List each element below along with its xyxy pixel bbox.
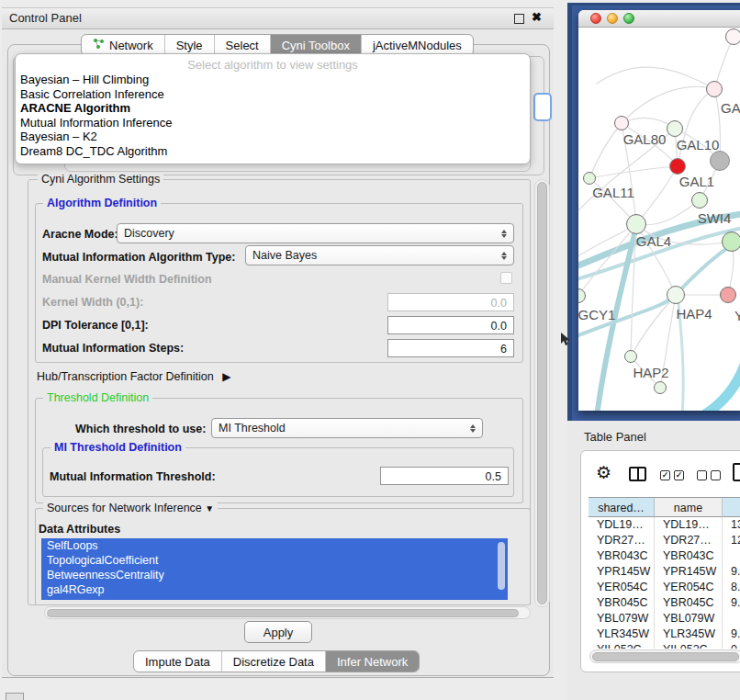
manual-kernel-width-checkbox[interactable] [500,272,512,284]
focused-combo-fragment[interactable] [533,93,552,121]
algorithm-item-bayesian-hill-climbing[interactable]: Bayesian – Hill Climbing [16,73,530,87]
table-cell[interactable]: YIL052C [655,642,723,649]
network-node-gal80[interactable] [614,116,629,130]
checked-checkbox-icon[interactable]: ✓ [674,470,684,480]
table-cell[interactable]: YER054C [589,580,655,595]
network-node-gray[interactable] [710,151,730,171]
table-cell[interactable]: YDL19… [589,517,655,533]
network-node-hap4[interactable] [667,286,685,304]
network-node-gal10[interactable] [667,120,683,137]
table-cell[interactable]: 9. [723,595,740,611]
attribute-item-topologicalcoefficient[interactable]: TopologicalCoefficient [41,553,508,568]
network-node-gal1-selected[interactable] [669,158,686,175]
algorithm-item-mutual-information[interactable]: Mutual Information Inference [16,116,530,130]
hub-definition-expander[interactable]: Hub/Transcription Factor Definition ▶ [37,370,230,383]
network-node-right-green[interactable] [722,231,740,252]
table-cell[interactable]: YDR27… [589,533,655,548]
unchecked-checkbox-icon[interactable] [711,470,721,480]
algorithm-item-dream8[interactable]: Dream8 DC_TDC Algorithm [16,144,530,159]
attribute-item-selfloops[interactable]: SelfLoops [41,538,508,553]
tab-infer-network[interactable]: Infer Network [325,651,419,672]
list-scrollbar-thumb[interactable] [498,542,505,590]
attribute-item-gal4rgexp[interactable]: gal4RGexp [41,582,508,597]
algorithm-item-aracne[interactable]: ARACNE Algorithm [16,101,530,116]
horizontal-scrollbar-thumb[interactable] [47,609,519,617]
table-cell[interactable]: 12 [723,533,740,548]
table-cell[interactable]: YBR045C [655,595,723,611]
tab-cyni-toolbox[interactable]: Cyni Toolbox [270,35,361,55]
network-canvas[interactable]: GAL80 GAL10 GAL1 GAL11 SWI4 GAL4 GCY1 HA… [578,27,740,411]
settings-horizontal-scrollbar[interactable] [44,606,531,619]
mi-algorithm-type-combo[interactable]: Naive Bayes [245,245,514,265]
column-header-shared-name[interactable]: shared… [589,497,655,517]
table-cell[interactable] [723,548,740,564]
tab-network[interactable]: Network [82,35,164,55]
table-cell[interactable]: 9. [723,564,740,580]
checked-checkbox-icon[interactable]: ✓ [660,470,670,480]
table-cell[interactable]: YBL079W [655,611,723,627]
mi-threshold-input[interactable]: 0.5 [380,467,509,485]
tab-discretize-data[interactable]: Discretize Data [221,651,325,672]
which-threshold-combo[interactable]: MI Threshold [211,418,483,438]
table-row[interactable]: YBL079WYBL079W [589,611,740,627]
network-node-gal4[interactable] [626,214,646,234]
apply-button[interactable]: Apply [244,621,312,643]
data-attributes-list[interactable]: SelfLoops TopologicalCoefficient Between… [41,538,508,600]
table-hscrollbar-thumb[interactable] [592,652,739,661]
float-window-icon[interactable] [514,14,524,24]
table-cell[interactable]: YIL052C [589,642,655,649]
table-row[interactable]: YIL052CYIL052C0 [589,642,740,649]
table-cell[interactable]: 9. [723,627,740,642]
table-cell[interactable]: 0 [723,642,740,649]
network-node-hap2[interactable] [624,350,637,363]
table-cell[interactable]: YPR145W [589,564,655,580]
table-row[interactable]: YLR345WYLR345W9. [589,627,740,642]
table-cell[interactable]: YER054C [655,580,723,595]
table-cell[interactable] [723,611,740,627]
table-horizontal-scrollbar[interactable] [589,649,740,663]
table-row[interactable]: YDL19…YDL19…13 [589,517,740,533]
vertical-scrollbar-thumb[interactable] [537,182,547,604]
table-row[interactable]: YPR145WYPR145W9. [589,564,740,580]
tab-select[interactable]: Select [214,35,270,55]
gear-icon[interactable]: ⚙ [596,464,611,481]
attribute-item-betweennesscentrality[interactable]: BetweennessCentrality [41,568,508,582]
table-cell[interactable]: 13 [723,517,740,533]
settings-vertical-scrollbar[interactable] [534,179,550,607]
aracne-mode-combo[interactable]: Discovery [117,223,514,243]
network-node-bottom[interactable] [654,381,667,394]
table-cell[interactable]: YLR345W [589,627,655,642]
tab-style[interactable]: Style [164,35,214,55]
network-node-gal[interactable] [706,81,723,97]
algorithm-item-basic-correlation[interactable]: Basic Correlation Inference [16,87,530,102]
table-row[interactable]: YER054CYER054C8. [589,580,740,595]
column-header-partial[interactable] [723,497,740,517]
column-header-name[interactable]: name [655,497,723,517]
table-row[interactable]: YDR27…YDR27…12 [589,533,740,548]
unchecked-checkbox-icon[interactable] [697,470,707,480]
kernel-width-input[interactable]: 0.0 [387,293,514,311]
close-traffic-light[interactable] [590,13,601,24]
table-cell[interactable]: 8. [723,580,740,595]
mi-steps-input[interactable]: 6 [387,339,514,357]
table-row[interactable]: YBR045CYBR045C9. [589,595,740,611]
dpi-tolerance-input[interactable]: 0.0 [387,316,514,334]
tab-jactivemnodules[interactable]: jActiveMNodules [361,35,473,55]
sources-legend[interactable]: Sources for Network Inference ▼ [43,502,218,514]
network-node-top-right[interactable] [725,28,740,45]
network-node-swi4[interactable] [691,192,708,209]
minimize-traffic-light[interactable] [607,13,618,24]
network-node-pink[interactable] [720,287,736,303]
table-cell[interactable]: YDL19… [655,517,723,533]
table-cell[interactable]: YBL079W [589,611,655,627]
split-columns-icon[interactable] [629,467,646,481]
table-cell[interactable]: YBR043C [589,548,655,564]
zoom-traffic-light[interactable] [623,13,634,24]
table-cell[interactable]: YLR345W [655,627,723,642]
close-icon[interactable]: ✖ [532,10,542,24]
table-cell[interactable]: YBR043C [655,548,723,564]
table-cell[interactable]: YPR145W [655,564,723,580]
table-cell[interactable]: YBR045C [589,595,655,611]
network-window-titlebar[interactable] [578,10,740,28]
resize-grip[interactable] [6,693,24,700]
